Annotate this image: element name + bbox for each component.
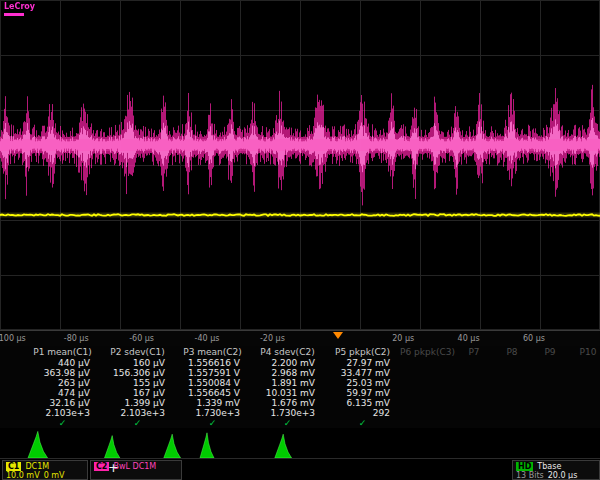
status-check-icon: ✓: [325, 418, 400, 428]
measurement-row: 2.103e+32.103e+31.730e+31.730e+3292: [0, 408, 600, 418]
time-axis: -100 µs-80 µs-60 µs-40 µs-20 µs20 µs40 µ…: [0, 330, 600, 347]
histicon-peak: [200, 433, 214, 458]
measurement-value: 1.556645 V: [175, 388, 250, 398]
row-label-spacer: [0, 398, 25, 408]
measurement-value: [493, 368, 531, 378]
measurement-value: 1.891 mV: [250, 378, 325, 388]
time-axis-label: -100 µs: [0, 334, 26, 343]
measurement-value: [531, 378, 569, 388]
measurement-value: 155 µV: [100, 378, 175, 388]
trigger-position-marker[interactable]: [333, 332, 343, 339]
measurement-value: [455, 378, 493, 388]
measurement-value: 1.556616 V: [175, 358, 250, 368]
measurement-value: [569, 398, 600, 408]
measurement-value: [400, 378, 455, 388]
histicon-peak: [105, 436, 120, 458]
measurement-value: [455, 358, 493, 368]
measurement-value: [569, 358, 600, 368]
measurement-value: [455, 408, 493, 418]
time-axis-label: 40 µs: [458, 334, 480, 343]
param-header[interactable]: P10: [569, 346, 600, 358]
measurement-value: 6.135 mV: [325, 398, 400, 408]
param-header[interactable]: P8: [493, 346, 531, 358]
time-axis-label: -60 µs: [129, 334, 154, 343]
histicon-graph: [0, 428, 600, 458]
row-label-spacer: [0, 418, 25, 428]
measurement-value: [493, 388, 531, 398]
measurement-value: [531, 368, 569, 378]
measurement-value: [531, 398, 569, 408]
row-label-spacer: [0, 346, 25, 358]
vendor-logo-underline: [4, 13, 24, 16]
measurement-value: 2.200 mV: [250, 358, 325, 368]
param-header[interactable]: P2 sdev(C1): [100, 346, 175, 358]
c1-scale: 10.0 mV: [6, 471, 40, 480]
time-axis-label: -40 µs: [195, 334, 220, 343]
measurement-value: 263 µV: [25, 378, 100, 388]
measurement-value: [569, 388, 600, 398]
measurement-value: [493, 408, 531, 418]
channel-c2-descriptor[interactable]: C2 BwL DC1M: [90, 460, 182, 480]
param-header[interactable]: P7: [455, 346, 493, 358]
waveform-display[interactable]: [0, 0, 600, 330]
measurement-value: [455, 368, 493, 378]
row-label-spacer: [0, 388, 25, 398]
param-header[interactable]: P4 sdev(C2): [250, 346, 325, 358]
measurement-row: 32.16 µV1.399 µV1.339 mV1.676 mV6.135 mV: [0, 398, 600, 408]
time-axis-label: -80 µs: [64, 334, 89, 343]
histicon-peak: [28, 431, 48, 458]
measurement-value: 1.676 mV: [250, 398, 325, 408]
status-check-icon: [400, 418, 455, 428]
measurement-value: 1.339 mV: [175, 398, 250, 408]
timebase-descriptor[interactable]: HD Tbase 13 Bits 20.0 µs: [512, 460, 600, 480]
param-header[interactable]: P1 mean(C1): [25, 346, 100, 358]
measurement-value: [531, 408, 569, 418]
measurement-value: [400, 388, 455, 398]
measurement-value: [400, 398, 455, 408]
measurement-row: 363.98 µV156.306 µV1.557591 V2.968 mV33.…: [0, 368, 600, 378]
param-header[interactable]: P6 pkpk(C3): [400, 346, 455, 358]
histicon-strip[interactable]: [0, 428, 600, 458]
bottom-bar: C1 DC1M 10.0 mV 0 mV C2 BwL DC1M + HD Tb…: [0, 458, 600, 480]
oscilloscope-screen: LeCroy -100 µs-80 µs-60 µs-40 µs-20 µs20…: [0, 0, 600, 480]
channel-c1-descriptor[interactable]: C1 DC1M 10.0 mV 0 mV: [2, 460, 88, 480]
status-check-icon: ✓: [25, 418, 100, 428]
mouse-cursor-crosshair: +: [108, 461, 119, 474]
measurement-value: [455, 398, 493, 408]
measurement-value: 33.477 mV: [325, 368, 400, 378]
measurement-value: [400, 358, 455, 368]
measurement-value: [569, 368, 600, 378]
c1-badge: C1: [6, 462, 21, 471]
time-axis-label: -20 µs: [260, 334, 285, 343]
measure-table: P1 mean(C1)P2 sdev(C1)P3 mean(C2)P4 sdev…: [0, 346, 600, 428]
measurement-value: 2.103e+3: [100, 408, 175, 418]
measurement-value: [531, 388, 569, 398]
param-header[interactable]: P5 pkpk(C2): [325, 346, 400, 358]
timebase-bits: 13 Bits: [516, 471, 544, 480]
measurement-value: [400, 368, 455, 378]
param-header[interactable]: P3 mean(C2): [175, 346, 250, 358]
timebase-label: Tbase: [537, 462, 561, 471]
hd-badge: HD: [516, 462, 533, 471]
vendor-logo-text: LeCroy: [4, 3, 35, 12]
timebase-value: 20.0 µs: [548, 471, 578, 480]
measurement-value: 27.97 mV: [325, 358, 400, 368]
row-label-spacer: [0, 368, 25, 378]
measurement-value: [493, 378, 531, 388]
measurement-value: 474 µV: [25, 388, 100, 398]
histicon-peak: [275, 434, 292, 458]
time-axis-label: 60 µs: [523, 334, 545, 343]
c1-offset: 0 mV: [44, 471, 65, 480]
measurement-row: 440 µV160 µV1.556616 V2.200 mV27.97 mV: [0, 358, 600, 368]
measurement-value: [455, 388, 493, 398]
param-header[interactable]: P9: [531, 346, 569, 358]
measurement-value: 156.306 µV: [100, 368, 175, 378]
row-label-spacer: [0, 358, 25, 368]
measurement-value: 363.98 µV: [25, 368, 100, 378]
measurement-value: 59.97 mV: [325, 388, 400, 398]
time-axis-label: 20 µs: [392, 334, 414, 343]
c1-coupling: DC1M: [25, 462, 49, 471]
measurement-value: [569, 378, 600, 388]
measurement-value: 292: [325, 408, 400, 418]
status-check-icon: ✓: [100, 418, 175, 428]
